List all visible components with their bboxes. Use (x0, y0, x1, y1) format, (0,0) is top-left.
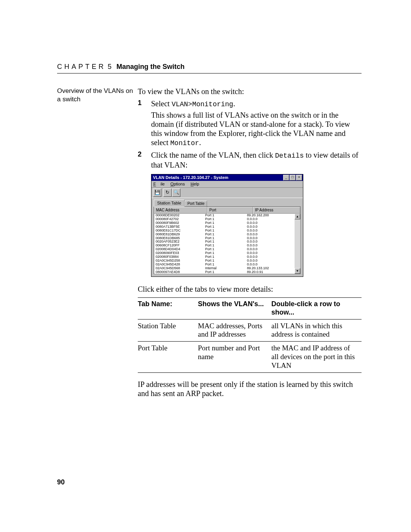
menubar: File Options Help (151, 181, 303, 187)
table-row[interactable]: 000080F9B602Port 10.0.0.0 (154, 221, 300, 225)
step-2-text-a: Click the name of the VLAN, then click (151, 151, 275, 159)
running-head: CHAPTER 5 Managing the Switch (57, 63, 362, 73)
table-row[interactable]: 00008DE00202Port 189.20.162.200 (154, 214, 300, 217)
minimize-icon[interactable]: _ (283, 175, 289, 181)
cell-port: Port 1 (205, 251, 247, 255)
cell-ip: 0.0.0.0 (247, 217, 299, 221)
cell-port: Port 1 (205, 255, 247, 259)
chapter-number: 5 (108, 63, 112, 70)
step-2-number: 2 (138, 150, 142, 159)
step-1-period: . (233, 99, 235, 108)
cell-ip: 0.0.0.0 (247, 225, 299, 229)
table-row: Port Table Port number and Port name the… (138, 342, 362, 372)
menu-options[interactable]: Options (170, 182, 185, 186)
cell-port: Port 1 (205, 221, 247, 225)
cell-port: Port 1 (205, 236, 247, 240)
cell-mac: 000080F42702 (156, 217, 205, 221)
cell-mac: 0080A713BF5E (156, 225, 205, 229)
cell-ip: 89.20.162.200 (247, 214, 299, 217)
main-body: To view the VLANs on the switch: 1 Selec… (138, 87, 362, 401)
refresh-icon[interactable]: ↻ (163, 189, 172, 197)
column-mac[interactable]: MAC Address (154, 207, 207, 214)
cell-port: Internal (205, 267, 247, 270)
table-row[interactable]: 0080E81C17DCPort 10.0.0.0 (154, 229, 300, 233)
cell-ip: 0.0.0.0 (247, 244, 299, 248)
step-1-paragraph-end: . (199, 138, 201, 147)
menu-file[interactable]: File (153, 182, 165, 186)
cell-tab-name: Station Table (138, 319, 198, 342)
cell-mac: 02A0C945D428 (156, 263, 205, 267)
cell-mac: 0020AF0523E2 (156, 240, 205, 244)
table-row[interactable]: 0080E81DB685Port 10.0.0.0 (154, 236, 300, 240)
cell-ip: 0.0.0.0 (247, 229, 299, 233)
table-row[interactable]: 0080E81DB629Port 10.0.0.0 (154, 233, 300, 236)
cell-doubleclick: the MAC and IP address of all devices on… (271, 342, 362, 372)
column-ip[interactable]: IP Address (253, 207, 300, 214)
cell-shows: Port number and Port name (198, 342, 271, 372)
cell-ip: 0.0.0.0 (247, 236, 299, 240)
table-row[interactable]: 00608CF120FFPort 10.0.0.0 (154, 244, 300, 248)
cell-port: Port 1 (205, 214, 247, 217)
table-row: Station Table MAC addresses, Ports and I… (138, 319, 362, 342)
table-row[interactable]: 02A0C945D568Internal89.20.133.102 (154, 267, 300, 270)
cell-mac: 0080E81C17DC (156, 229, 205, 233)
scroll-up-icon[interactable]: ▲ (295, 214, 300, 219)
cell-ip: 0.0.0.0 (247, 233, 299, 236)
close-icon[interactable]: × (296, 175, 302, 181)
cell-port: Port 1 (205, 270, 247, 274)
cell-port: Port 1 (205, 225, 247, 229)
th-tab-name: Tab Name: (138, 298, 198, 319)
cell-mac: 02008D4D04D4 (156, 248, 205, 251)
save-icon[interactable]: 💾 (153, 189, 161, 197)
cell-ip: 89.20.0.91 (247, 270, 299, 274)
maximize-icon[interactable]: □ (290, 175, 296, 181)
step-1-number: 1 (138, 99, 142, 107)
step-1-lead: Select (151, 99, 172, 108)
list-body: ▲ ▼ 00008DE00202Port 189.20.162.20000008… (154, 214, 300, 274)
cell-mac: 00608CF120FF (156, 244, 205, 248)
table-row[interactable]: 0080A713BF5EPort 10.0.0.0 (154, 225, 300, 229)
table-row[interactable]: 000080F42702Port 10.0.0.0 (154, 217, 300, 221)
scrollbar[interactable]: ▲ ▼ (295, 214, 300, 274)
cell-ip: 0.0.0.0 (247, 251, 299, 255)
cell-port: Port 1 (205, 217, 247, 221)
window-title: VLAN Details - 172.20.104.27 - System (152, 175, 283, 180)
cell-mac: 02008090FE03 (156, 251, 205, 255)
cell-ip: 89.20.133.102 (247, 267, 299, 270)
list-header-row: MAC Address Port IP Address (154, 207, 300, 214)
table-row[interactable]: 02A0C945D258Port 10.0.0.0 (154, 259, 300, 263)
cell-mac: 0800097AE4D8 (156, 270, 205, 274)
cell-ip: 0.0.0.0 (247, 263, 299, 267)
table-row[interactable]: 0800097AE4D8Port 189.20.0.91 (154, 270, 300, 274)
cell-tab-name: Port Table (138, 342, 198, 372)
th-doubleclick: Double-click a row to show... (271, 298, 362, 319)
titlebar: VLAN Details - 172.20.104.27 - System _ … (151, 174, 303, 181)
cell-mac: 02A0C945D568 (156, 267, 205, 270)
table-row[interactable]: 02008090FE03Port 10.0.0.0 (154, 251, 300, 255)
search-icon[interactable]: 🔍 (172, 189, 180, 197)
table-row[interactable]: 02A0C945D428Port 10.0.0.0 (154, 263, 300, 267)
tab-info-table: Tab Name: Shows the VLAN's... Double-cli… (138, 297, 362, 372)
column-port[interactable]: Port (207, 207, 253, 214)
cell-mac: 000080F9B602 (156, 221, 205, 225)
step-2-command: Details (275, 152, 304, 160)
tab-station-table[interactable]: Station Table (154, 200, 185, 207)
table-row[interactable]: 02008D4D04D4Port 10.0.0.0 (154, 248, 300, 251)
tab-strip: Station Table Port Table (151, 198, 303, 206)
page-number: 90 (57, 478, 65, 486)
cell-mac: 00008DE00202 (156, 214, 205, 217)
intro-text: To view the VLANs on the switch: (138, 87, 362, 96)
vlan-details-window: VLAN Details - 172.20.104.27 - System _ … (151, 174, 303, 277)
cell-ip: 0.0.0.0 (247, 255, 299, 259)
cell-mac: 0080E81DB629 (156, 233, 205, 236)
menu-help[interactable]: Help (191, 182, 199, 186)
cell-ip: 0.0.0.0 (247, 259, 299, 263)
cell-port: Port 1 (205, 229, 247, 233)
cell-doubleclick: all VLANs in which this address is conta… (271, 319, 362, 342)
scroll-down-icon[interactable]: ▼ (295, 268, 300, 274)
table-row[interactable]: 020080F03884Port 10.0.0.0 (154, 255, 300, 259)
tab-port-table[interactable]: Port Table (185, 201, 207, 206)
cell-port: Port 1 (205, 263, 247, 267)
cell-ip: 0.0.0.0 (247, 248, 299, 251)
table-row[interactable]: 0020AF0523E2Port 10.0.0.0 (154, 240, 300, 244)
